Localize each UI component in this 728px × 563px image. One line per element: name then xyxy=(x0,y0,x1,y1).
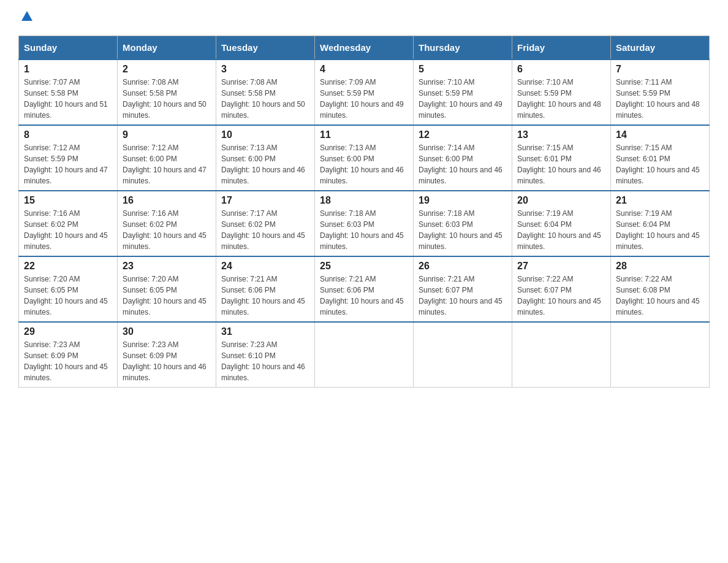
day-cell-18: 18 Sunrise: 7:18 AM Sunset: 6:03 PM Dayl… xyxy=(315,191,414,256)
day-number: 16 xyxy=(123,195,211,206)
daylight-label: Daylight: 10 hours and 47 minutes. xyxy=(123,166,207,185)
daylight-label: Daylight: 10 hours and 46 minutes. xyxy=(419,166,502,185)
daylight-label: Daylight: 10 hours and 45 minutes. xyxy=(616,166,700,185)
sunset-label: Sunset: 5:58 PM xyxy=(123,89,177,98)
sunset-label: Sunset: 6:02 PM xyxy=(123,220,177,229)
day-cell-9: 9 Sunrise: 7:12 AM Sunset: 6:00 PM Dayli… xyxy=(118,125,216,191)
day-number: 6 xyxy=(517,64,605,75)
sunrise-label: Sunrise: 7:08 AM xyxy=(221,78,277,86)
sunset-label: Sunset: 5:59 PM xyxy=(320,89,374,98)
logo xyxy=(18,12,34,23)
sunset-label: Sunset: 6:05 PM xyxy=(123,286,177,294)
sunset-label: Sunset: 5:59 PM xyxy=(419,89,473,98)
day-number: 13 xyxy=(517,129,605,140)
daylight-label: Daylight: 10 hours and 45 minutes. xyxy=(24,362,108,382)
sunrise-label: Sunrise: 7:21 AM xyxy=(221,275,277,283)
weekday-header-wednesday: Wednesday xyxy=(315,36,414,60)
daylight-label: Daylight: 10 hours and 45 minutes. xyxy=(24,231,108,251)
week-row-5: 29 Sunrise: 7:23 AM Sunset: 6:09 PM Dayl… xyxy=(19,322,710,388)
sunset-label: Sunset: 6:06 PM xyxy=(221,286,276,294)
day-info: Sunrise: 7:13 AM Sunset: 6:00 PM Dayligh… xyxy=(221,142,309,186)
daylight-label: Daylight: 10 hours and 46 minutes. xyxy=(517,166,601,185)
day-info: Sunrise: 7:16 AM Sunset: 6:02 PM Dayligh… xyxy=(123,208,211,252)
day-cell-7: 7 Sunrise: 7:11 AM Sunset: 5:59 PM Dayli… xyxy=(611,59,710,125)
day-number: 2 xyxy=(123,64,211,75)
calendar-table: SundayMondayTuesdayWednesdayThursdayFrid… xyxy=(18,36,710,388)
day-info: Sunrise: 7:09 AM Sunset: 5:59 PM Dayligh… xyxy=(320,77,408,121)
sunrise-label: Sunrise: 7:21 AM xyxy=(320,275,376,283)
day-number: 9 xyxy=(123,129,211,140)
day-cell-21: 21 Sunrise: 7:19 AM Sunset: 6:04 PM Dayl… xyxy=(611,191,710,256)
daylight-label: Daylight: 10 hours and 50 minutes. xyxy=(123,100,207,120)
day-number: 21 xyxy=(616,195,704,206)
sunrise-label: Sunrise: 7:11 AM xyxy=(616,78,672,86)
day-cell-8: 8 Sunrise: 7:12 AM Sunset: 5:59 PM Dayli… xyxy=(19,125,118,191)
day-number: 24 xyxy=(221,261,309,272)
sunset-label: Sunset: 6:07 PM xyxy=(419,286,473,294)
day-info: Sunrise: 7:18 AM Sunset: 6:03 PM Dayligh… xyxy=(419,208,507,252)
day-info: Sunrise: 7:20 AM Sunset: 6:05 PM Dayligh… xyxy=(24,274,112,318)
daylight-label: Daylight: 10 hours and 46 minutes. xyxy=(221,362,305,382)
day-number: 15 xyxy=(24,195,112,206)
day-number: 7 xyxy=(616,64,704,75)
daylight-label: Daylight: 10 hours and 51 minutes. xyxy=(24,100,108,120)
daylight-label: Daylight: 10 hours and 45 minutes. xyxy=(320,297,404,316)
day-info: Sunrise: 7:11 AM Sunset: 5:59 PM Dayligh… xyxy=(616,77,704,121)
day-number: 11 xyxy=(320,129,408,140)
day-number: 31 xyxy=(221,326,309,337)
weekday-header-monday: Monday xyxy=(118,36,216,60)
daylight-label: Daylight: 10 hours and 45 minutes. xyxy=(24,297,108,316)
sunset-label: Sunset: 6:04 PM xyxy=(616,220,670,229)
sunset-label: Sunset: 6:03 PM xyxy=(419,220,473,229)
day-info: Sunrise: 7:23 AM Sunset: 6:09 PM Dayligh… xyxy=(24,339,112,383)
sunrise-label: Sunrise: 7:22 AM xyxy=(616,275,672,283)
calendar-header-row: SundayMondayTuesdayWednesdayThursdayFrid… xyxy=(19,36,710,60)
sunrise-label: Sunrise: 7:19 AM xyxy=(616,209,672,218)
daylight-label: Daylight: 10 hours and 45 minutes. xyxy=(320,231,404,251)
sunrise-label: Sunrise: 7:18 AM xyxy=(320,209,376,218)
day-number: 25 xyxy=(320,261,408,272)
sunrise-label: Sunrise: 7:12 AM xyxy=(24,144,80,152)
sunset-label: Sunset: 6:04 PM xyxy=(517,220,572,229)
day-info: Sunrise: 7:08 AM Sunset: 5:58 PM Dayligh… xyxy=(221,77,309,121)
day-number: 12 xyxy=(419,129,507,140)
daylight-label: Daylight: 10 hours and 45 minutes. xyxy=(419,297,502,316)
sunset-label: Sunset: 6:02 PM xyxy=(221,220,276,229)
day-info: Sunrise: 7:21 AM Sunset: 6:06 PM Dayligh… xyxy=(221,274,309,318)
sunset-label: Sunset: 6:09 PM xyxy=(24,351,78,360)
day-info: Sunrise: 7:21 AM Sunset: 6:06 PM Dayligh… xyxy=(320,274,408,318)
daylight-label: Daylight: 10 hours and 46 minutes. xyxy=(221,166,305,185)
sunrise-label: Sunrise: 7:15 AM xyxy=(616,144,672,152)
daylight-label: Daylight: 10 hours and 45 minutes. xyxy=(616,297,700,316)
sunrise-label: Sunrise: 7:13 AM xyxy=(320,144,376,152)
sunset-label: Sunset: 6:02 PM xyxy=(24,220,78,229)
day-info: Sunrise: 7:16 AM Sunset: 6:02 PM Dayligh… xyxy=(24,208,112,252)
svg-marker-0 xyxy=(21,11,32,21)
sunset-label: Sunset: 5:58 PM xyxy=(221,89,276,98)
daylight-label: Daylight: 10 hours and 47 minutes. xyxy=(24,166,108,185)
day-cell-3: 3 Sunrise: 7:08 AM Sunset: 5:58 PM Dayli… xyxy=(216,59,315,125)
daylight-label: Daylight: 10 hours and 50 minutes. xyxy=(221,100,305,120)
daylight-label: Daylight: 10 hours and 45 minutes. xyxy=(221,231,305,251)
day-info: Sunrise: 7:08 AM Sunset: 5:58 PM Dayligh… xyxy=(123,77,211,121)
sunrise-label: Sunrise: 7:16 AM xyxy=(123,209,178,218)
day-cell-4: 4 Sunrise: 7:09 AM Sunset: 5:59 PM Dayli… xyxy=(315,59,414,125)
sunset-label: Sunset: 6:00 PM xyxy=(123,155,177,163)
day-cell-22: 22 Sunrise: 7:20 AM Sunset: 6:05 PM Dayl… xyxy=(19,256,118,322)
day-cell-24: 24 Sunrise: 7:21 AM Sunset: 6:06 PM Dayl… xyxy=(216,256,315,322)
sunset-label: Sunset: 6:00 PM xyxy=(221,155,276,163)
day-info: Sunrise: 7:19 AM Sunset: 6:04 PM Dayligh… xyxy=(616,208,704,252)
sunrise-label: Sunrise: 7:23 AM xyxy=(123,340,178,349)
daylight-label: Daylight: 10 hours and 45 minutes. xyxy=(123,231,207,251)
sunrise-label: Sunrise: 7:14 AM xyxy=(419,144,474,152)
sunset-label: Sunset: 5:59 PM xyxy=(517,89,572,98)
day-number: 23 xyxy=(123,261,211,272)
day-cell-29: 29 Sunrise: 7:23 AM Sunset: 6:09 PM Dayl… xyxy=(19,322,118,388)
day-info: Sunrise: 7:15 AM Sunset: 6:01 PM Dayligh… xyxy=(517,142,605,186)
day-number: 28 xyxy=(616,261,704,272)
empty-cell xyxy=(414,322,512,388)
day-info: Sunrise: 7:22 AM Sunset: 6:08 PM Dayligh… xyxy=(616,274,704,318)
daylight-label: Daylight: 10 hours and 49 minutes. xyxy=(320,100,404,120)
sunrise-label: Sunrise: 7:10 AM xyxy=(517,78,573,86)
day-number: 22 xyxy=(24,261,112,272)
